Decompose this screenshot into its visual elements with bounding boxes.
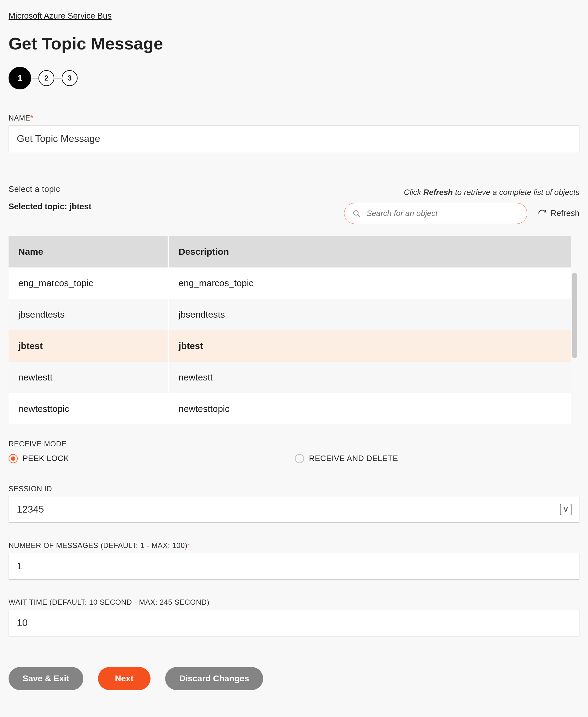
refresh-hint: Click Refresh to retrieve a complete lis… (404, 188, 580, 197)
hint-prefix: Click (404, 188, 423, 197)
table-row[interactable]: jbtestjbtest (8, 330, 571, 362)
refresh-label: Refresh (550, 209, 580, 218)
name-label: NAME* (8, 114, 580, 122)
hint-suffix: to retrieve a complete list of objects (453, 188, 580, 197)
next-button[interactable]: Next (98, 667, 151, 690)
svg-line-1 (358, 215, 360, 217)
selected-topic-prefix: Selected topic: (8, 202, 70, 211)
cell-name: eng_marcos_topic (8, 267, 169, 299)
required-marker: * (187, 541, 190, 549)
selected-topic-value: jbtest (70, 202, 91, 211)
step-connector (54, 78, 62, 79)
search-wrap (344, 203, 527, 224)
column-header-name[interactable]: Name (8, 236, 169, 267)
table-row[interactable]: newtesttnewtestt (8, 362, 571, 393)
cell-description: newtestt (169, 362, 571, 393)
step-connector (31, 78, 39, 79)
required-marker: * (30, 114, 33, 122)
cell-name: newtestt (8, 362, 169, 393)
variable-picker-icon[interactable]: V (560, 504, 571, 515)
search-icon (353, 210, 360, 218)
cell-description: eng_marcos_topic (169, 267, 571, 299)
radio-label: RECEIVE AND DELETE (309, 454, 398, 463)
table-row[interactable]: newtesttopicnewtesttopic (8, 393, 571, 425)
refresh-icon (538, 209, 547, 218)
wait-time-input[interactable] (8, 610, 580, 636)
cell-description: newtesttopic (169, 393, 571, 425)
breadcrumb-link[interactable]: Microsoft Azure Service Bus (8, 11, 112, 21)
topics-table: Name Description eng_marcos_topiceng_mar… (8, 236, 571, 425)
num-messages-input[interactable] (8, 553, 580, 580)
cell-name: jbtest (8, 330, 169, 362)
radio-icon (8, 454, 18, 463)
table-scrollbar[interactable] (572, 273, 577, 358)
table-row[interactable]: eng_marcos_topiceng_marcos_topic (8, 267, 571, 299)
discard-button[interactable]: Discard Changes (165, 667, 263, 690)
column-header-description[interactable]: Description (169, 236, 571, 267)
session-id-label: SESSION ID (8, 484, 580, 493)
stepper: 1 2 3 (8, 67, 580, 89)
step-3[interactable]: 3 (62, 70, 78, 86)
page-title: Get Topic Message (8, 34, 580, 53)
select-topic-label: Select a topic (8, 184, 60, 194)
num-messages-label-text: NUMBER OF MESSAGES (DEFAULT: 1 - MAX: 10… (8, 541, 187, 549)
name-input[interactable] (8, 125, 580, 152)
radio-label: PEEK LOCK (23, 454, 69, 463)
num-messages-label: NUMBER OF MESSAGES (DEFAULT: 1 - MAX: 10… (8, 541, 580, 550)
search-input[interactable] (344, 203, 527, 224)
svg-point-0 (354, 211, 358, 215)
wait-time-label: WAIT TIME (DEFAULT: 10 SECOND - MAX: 245… (8, 598, 580, 607)
receive-mode-label: RECEIVE MODE (8, 440, 580, 448)
receive-mode-option[interactable]: RECEIVE AND DELETE (295, 454, 398, 463)
step-1[interactable]: 1 (8, 67, 31, 89)
cell-description: jbsendtests (169, 299, 571, 330)
save-exit-button[interactable]: Save & Exit (8, 667, 83, 690)
cell-name: newtesttopic (8, 393, 169, 425)
refresh-button[interactable]: Refresh (538, 209, 580, 218)
name-label-text: NAME (8, 114, 30, 122)
session-id-input[interactable] (8, 496, 580, 523)
hint-bold: Refresh (423, 188, 453, 197)
receive-mode-option[interactable]: PEEK LOCK (8, 454, 69, 463)
radio-icon (295, 454, 304, 463)
table-row[interactable]: jbsendtestsjbsendtests (8, 299, 571, 330)
cell-name: jbsendtests (8, 299, 169, 330)
topics-table-wrap: Name Description eng_marcos_topiceng_mar… (8, 236, 577, 425)
cell-description: jbtest (169, 330, 571, 362)
step-2[interactable]: 2 (39, 70, 54, 86)
